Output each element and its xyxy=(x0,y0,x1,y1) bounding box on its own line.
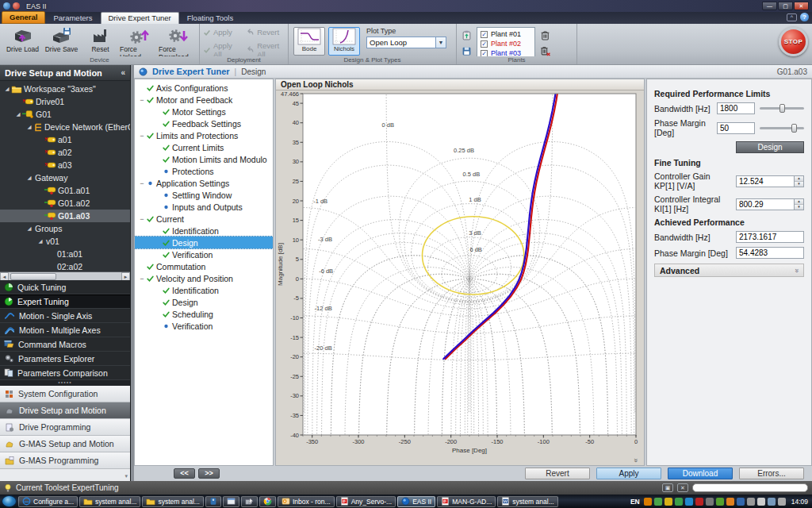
module-g-mas-programming[interactable]: G-MAS Programming xyxy=(0,452,130,469)
config-item-identification[interactable]: Identification xyxy=(135,225,273,237)
config-item-velocity-and-position[interactable]: −Velocity and Position xyxy=(135,272,273,284)
config-item-motion-limits-and-modulo[interactable]: Motion Limits and Modulo xyxy=(135,153,273,165)
config-item-settling-window[interactable]: Settling Window xyxy=(135,189,273,201)
config-item-feedback-settings[interactable]: Feedback Settings xyxy=(135,117,273,129)
taskbar-system-anal-button[interactable]: system anal... xyxy=(79,496,140,507)
apply-button[interactable]: Apply xyxy=(596,468,661,479)
module-g-mas-setup-and-motion[interactable]: G-MAS Setup and Motion xyxy=(0,436,130,452)
config-item-inputs-and-outputs[interactable]: Inputs and Outputs xyxy=(135,201,273,213)
slider-thumb[interactable] xyxy=(791,124,797,133)
config-item-protections[interactable]: Protections xyxy=(135,165,273,177)
tree-expander-icon[interactable]: ◢ xyxy=(36,238,44,244)
taskbar-system-anal-button[interactable]: system anal... xyxy=(497,496,557,507)
taskbar-any-servo-button[interactable]: Any_Servo-... xyxy=(336,496,396,507)
chevron-down-icon[interactable]: ▼ xyxy=(436,37,446,48)
config-item-axis-configurations[interactable]: Axis Configurations xyxy=(135,82,273,94)
sidebar-tree-item[interactable]: G01.a02 xyxy=(0,197,130,210)
tray-icon[interactable] xyxy=(675,498,683,506)
tree-horizontal-scrollbar[interactable]: ◄ ► xyxy=(0,271,130,280)
start-button[interactable] xyxy=(2,495,17,507)
slider-thumb[interactable] xyxy=(779,104,785,113)
language-indicator[interactable]: EN xyxy=(630,498,640,506)
module-drive-setup-and-motion[interactable]: Drive Setup and Motion xyxy=(0,402,130,419)
controller-gain-kp-1-v-a-input[interactable] xyxy=(736,175,795,187)
sidebar-tree-item[interactable]: ◢Workspace "3axes" xyxy=(0,83,130,95)
sidebar-tree-item[interactable]: ◢Groups xyxy=(0,222,130,235)
scroll-thumb[interactable] xyxy=(10,273,56,280)
tray-icon[interactable] xyxy=(706,498,714,506)
bandwidth-hz-input[interactable] xyxy=(736,231,804,243)
tool-motion-multiple-axes[interactable]: Motion - Multiple Axes xyxy=(0,323,130,337)
bode-button[interactable]: Bode xyxy=(293,27,325,56)
tree-expander-icon[interactable]: − xyxy=(138,215,146,223)
errors-button[interactable]: Errors... xyxy=(739,468,804,479)
tray-icon[interactable] xyxy=(726,498,734,506)
controller-integral-ki-1-hz-input[interactable] xyxy=(736,198,795,210)
config-item-current[interactable]: −Current xyxy=(135,213,273,225)
config-item-design[interactable]: Design xyxy=(135,237,273,248)
phase-margin-deg-input[interactable] xyxy=(717,122,755,134)
config-item-application-settings[interactable]: −Application Settings xyxy=(135,177,273,189)
tab-parameters[interactable]: Parameters xyxy=(46,13,99,24)
sidebar-collapse-icon[interactable]: « xyxy=(121,68,125,77)
tree-expander-icon[interactable]: − xyxy=(138,179,146,187)
tray-icon[interactable] xyxy=(768,498,776,506)
taskbar-eas-ii-button[interactable]: EAS II xyxy=(397,496,435,507)
tool-quick-tuning[interactable]: Quick Tuning xyxy=(0,280,130,294)
sidebar-tree-item[interactable]: ◢G01 xyxy=(0,108,130,121)
advanced-expander[interactable]: Advanced » xyxy=(654,264,804,277)
window-close-icon[interactable]: ✕ xyxy=(677,483,688,492)
spin-down-icon[interactable]: ▼ xyxy=(795,182,803,187)
nichols-plot[interactable]: 0 dB0.25 dB0.5 dB1 dB3 dB6 dB-1 dB-3 dB-… xyxy=(276,90,644,454)
taskbar-configure-a-button[interactable]: Configure a... xyxy=(18,496,78,507)
page-next-button[interactable]: >> xyxy=(198,468,220,479)
chart-collapse-chevron-icon[interactable]: » xyxy=(631,458,639,462)
window-restore-icon[interactable]: ▣ xyxy=(662,483,673,492)
tab-drive-expert-tuner[interactable]: Drive Expert Tuner xyxy=(101,12,179,24)
trash-button[interactable] xyxy=(538,29,552,41)
spin-down-icon[interactable]: ▼ xyxy=(795,205,803,210)
config-item-motor-and-feedback[interactable]: −Motor and Feedback xyxy=(135,94,273,106)
spinner-arrows[interactable]: ▲▼ xyxy=(795,198,804,210)
sidebar-tree-item[interactable]: G01.a03 xyxy=(0,210,130,222)
taskbar-system-anal-button[interactable]: system anal... xyxy=(142,496,203,507)
maximize-button[interactable]: ▢ xyxy=(778,2,793,10)
plot-type-select[interactable]: Open Loop ▼ xyxy=(366,37,446,48)
tree-expander-icon[interactable]: − xyxy=(138,96,146,104)
taskbar-winicon-button[interactable] xyxy=(223,496,239,507)
quick-stop-icon[interactable] xyxy=(13,2,20,10)
config-item-commutation[interactable]: Commutation xyxy=(135,260,273,272)
tree-expander-icon[interactable]: − xyxy=(138,132,146,140)
sidebar-tree-item[interactable]: a01 xyxy=(0,133,130,146)
page-prev-button[interactable]: << xyxy=(174,468,195,479)
phase-margin-deg-input[interactable] xyxy=(736,247,804,259)
stop-button[interactable]: STOP xyxy=(779,27,808,56)
revert-button[interactable]: Revert xyxy=(246,28,285,37)
config-item-limits-and-protections[interactable]: −Limits and Protections xyxy=(135,129,273,141)
help-icon[interactable]: ? xyxy=(800,13,809,21)
plot-type-value[interactable]: Open Loop xyxy=(366,37,436,48)
expand-more-icon[interactable]: ▾ xyxy=(124,473,128,479)
tray-icon[interactable] xyxy=(737,498,745,506)
config-item-design[interactable]: Design xyxy=(135,296,273,308)
tool-parameters-comparison[interactable]: Parameters Comparison xyxy=(0,366,130,380)
config-item-verification[interactable]: Verification xyxy=(135,320,273,332)
taskbar-remote-button[interactable] xyxy=(205,496,221,507)
tool-command-macros[interactable]: Command Macros xyxy=(0,337,130,352)
tree-expander-icon[interactable]: ◢ xyxy=(25,225,33,232)
sidebar-tree-item[interactable]: 01:a01 xyxy=(0,248,130,260)
config-item-verification[interactable]: Verification xyxy=(135,248,273,260)
download-button[interactable]: Download xyxy=(668,468,733,479)
splitter-handle[interactable]: ••••• xyxy=(0,380,130,386)
plant-checkbox[interactable]: ✓ xyxy=(481,31,488,38)
taskbar-inbox-ron-button[interactable]: Inbox - ron... xyxy=(278,496,335,507)
module-system-configuration[interactable]: System Configuration xyxy=(0,386,130,402)
nichols-chart[interactable]: 0 dB0.25 dB0.5 dB1 dB3 dB6 dB-1 dB-3 dB-… xyxy=(276,90,644,456)
config-item-identification[interactable]: Identification xyxy=(135,284,273,296)
tray-icon[interactable] xyxy=(665,498,672,506)
tree-expander-icon[interactable]: ◢ xyxy=(14,111,22,117)
ribbon-collapse-icon[interactable]: ^ xyxy=(787,13,797,21)
sidebar-tree-item[interactable]: 02:a02 xyxy=(0,260,130,271)
spin-up-icon[interactable]: ▲ xyxy=(795,176,803,182)
tool-expert-tuning[interactable]: Expert Tuning xyxy=(0,294,130,309)
